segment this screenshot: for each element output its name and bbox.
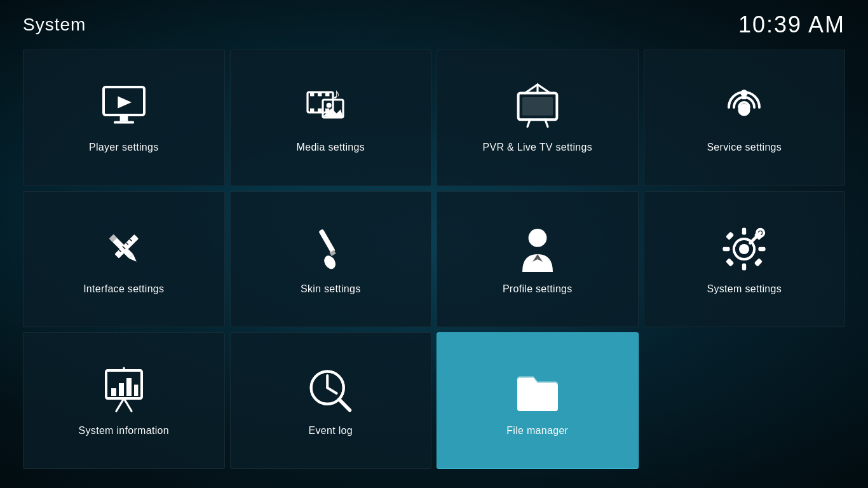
svg-rect-6 [318, 92, 322, 96]
svg-rect-9 [318, 109, 322, 112]
svg-rect-55 [134, 384, 138, 396]
svg-point-22 [738, 104, 750, 116]
svg-rect-41 [759, 247, 766, 251]
svg-rect-39 [742, 263, 746, 270]
svg-rect-2 [119, 115, 128, 121]
interface-icon [98, 224, 149, 274]
tile-system-information[interactable]: System information [23, 332, 225, 469]
svg-rect-5 [310, 92, 314, 96]
service-settings-label: Service settings [707, 142, 782, 153]
svg-rect-19 [522, 97, 553, 116]
pvr-icon [512, 82, 563, 133]
svg-line-50 [124, 398, 132, 411]
profile-settings-label: Profile settings [503, 283, 573, 295]
svg-rect-54 [126, 378, 132, 396]
tile-file-manager[interactable]: File manager [437, 332, 639, 469]
tile-system-settings[interactable]: System settings [644, 191, 846, 328]
svg-rect-8 [310, 109, 314, 112]
clock: 10:39 AM [738, 11, 845, 38]
media-icon: ♪ [305, 82, 356, 133]
skin-settings-label: Skin settings [301, 283, 361, 295]
tile-service-settings[interactable]: Service settings [644, 50, 846, 186]
svg-rect-3 [114, 121, 134, 124]
tile-media-settings[interactable]: ♪ Media settings [230, 50, 432, 186]
svg-rect-7 [325, 92, 329, 96]
tile-pvr-settings[interactable]: PVR & Live TV settings [437, 50, 639, 186]
svg-rect-33 [318, 229, 336, 254]
media-settings-label: Media settings [297, 142, 365, 153]
player-settings-label: Player settings [89, 142, 158, 153]
sysinfo-icon [98, 365, 149, 416]
event-log-label: Event log [309, 425, 353, 437]
pvr-settings-label: PVR & Live TV settings [482, 142, 592, 153]
tile-interface-settings[interactable]: Interface settings [23, 191, 225, 328]
tile-event-log[interactable]: Event log [230, 332, 432, 469]
svg-rect-24 [742, 97, 746, 100]
app-title: System [23, 15, 86, 35]
eventlog-icon [305, 365, 356, 416]
system-icon [719, 224, 770, 274]
svg-point-23 [741, 90, 748, 97]
svg-rect-45 [754, 258, 763, 267]
svg-line-49 [116, 398, 124, 411]
svg-line-16 [538, 85, 550, 93]
svg-rect-42 [726, 231, 735, 240]
player-icon [98, 82, 149, 133]
svg-point-34 [322, 254, 338, 271]
service-icon [719, 82, 770, 133]
svg-line-58 [327, 388, 336, 393]
system-settings-label: System settings [707, 283, 782, 295]
tile-profile-settings[interactable]: Profile settings [437, 191, 639, 328]
skin-icon [305, 224, 356, 274]
svg-marker-1 [118, 97, 132, 109]
svg-line-60 [339, 399, 350, 410]
profile-icon [512, 224, 563, 274]
filemanager-icon [512, 365, 563, 416]
svg-point-37 [739, 244, 749, 254]
settings-grid: Player settings ♪ Media settings [0, 44, 868, 482]
svg-rect-53 [119, 383, 124, 396]
svg-line-15 [525, 85, 538, 93]
svg-point-36 [528, 229, 546, 247]
tile-skin-settings[interactable]: Skin settings [230, 191, 432, 328]
svg-rect-40 [723, 247, 730, 251]
svg-text:♪: ♪ [333, 86, 340, 102]
svg-rect-52 [111, 388, 116, 396]
file-manager-label: File manager [506, 425, 568, 437]
svg-point-12 [327, 103, 332, 108]
svg-rect-38 [742, 227, 746, 234]
tile-player-settings[interactable]: Player settings [23, 50, 225, 186]
svg-rect-44 [726, 258, 735, 267]
system-information-label: System information [79, 425, 169, 437]
interface-settings-label: Interface settings [83, 283, 164, 295]
